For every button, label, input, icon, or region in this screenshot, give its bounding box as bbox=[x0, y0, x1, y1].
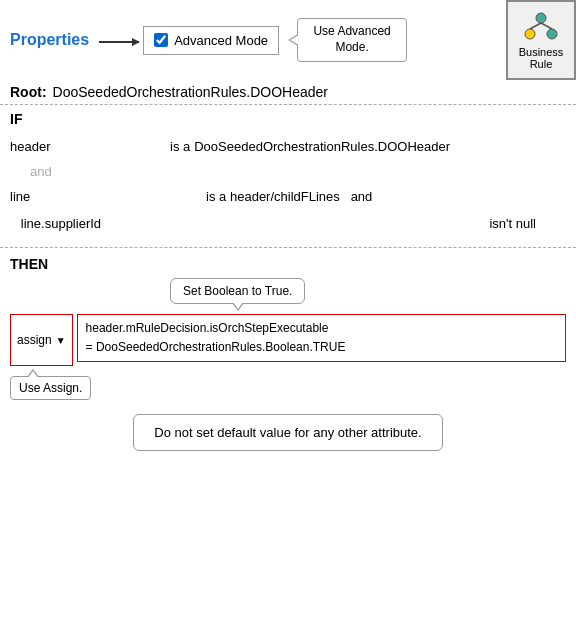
root-value: DooSeededOrchestrationRules.DOOHeader bbox=[53, 84, 328, 100]
if-keyword: IF bbox=[10, 111, 566, 127]
business-rule-box[interactable]: BusinessRule bbox=[506, 0, 576, 80]
advanced-mode-checkbox[interactable] bbox=[154, 33, 168, 47]
use-assign-tooltip: Use Assign. bbox=[10, 376, 91, 400]
cond-verb-1: is a bbox=[170, 139, 190, 154]
cond-verb-2: is a header/childFLines and bbox=[170, 189, 372, 204]
if-block: IF header is a DooSeededOrchestrationRul… bbox=[0, 105, 576, 248]
assign-content: header.mRuleDecision.isOrchStepExecutabl… bbox=[77, 314, 566, 362]
advanced-mode-checkbox-box[interactable]: Advanced Mode bbox=[143, 26, 279, 55]
properties-label: Properties bbox=[10, 31, 89, 49]
cond-object-3: isn't null bbox=[489, 216, 536, 231]
top-bar: Properties Advanced Mode Use Advanced Mo… bbox=[0, 0, 576, 80]
condition-row-3: line.supplierId isn't null bbox=[10, 210, 566, 237]
cond-subject-3: line.supplierId bbox=[10, 216, 170, 231]
business-rule-label: BusinessRule bbox=[519, 46, 564, 70]
then-block: THEN Set Boolean to True. assign ▼ heade… bbox=[0, 248, 576, 374]
cond-subject-2: line bbox=[10, 189, 170, 204]
assign-line-1: header.mRuleDecision.isOrchStepExecutabl… bbox=[86, 319, 557, 338]
advanced-mode-label: Advanced Mode bbox=[174, 33, 268, 48]
svg-point-2 bbox=[547, 29, 557, 39]
business-rule-icon bbox=[523, 12, 559, 42]
condition-row-2: line is a header/childFLines and bbox=[10, 183, 566, 210]
and-keyword-1: and bbox=[10, 160, 566, 183]
cond-object-1: DooSeededOrchestrationRules.DOOHeader bbox=[194, 139, 450, 154]
svg-point-0 bbox=[536, 13, 546, 23]
default-value-box: Do not set default value for any other a… bbox=[133, 414, 442, 451]
root-keyword: Root: bbox=[10, 84, 47, 100]
set-boolean-tooltip: Set Boolean to True. bbox=[170, 278, 305, 304]
assign-line-2: = DooSeededOrchestrationRules.Boolean.TR… bbox=[86, 338, 557, 357]
cond-subject-1: header bbox=[10, 139, 170, 154]
root-line: Root: DooSeededOrchestrationRules.DOOHea… bbox=[0, 80, 576, 105]
dropdown-arrow-icon: ▼ bbox=[56, 335, 66, 346]
use-advanced-mode-tooltip: Use Advanced Mode. bbox=[297, 18, 407, 61]
assign-button[interactable]: assign ▼ bbox=[10, 314, 73, 366]
then-keyword: THEN bbox=[10, 256, 566, 272]
svg-line-4 bbox=[541, 23, 552, 29]
condition-row-1: header is a DooSeededOrchestrationRules.… bbox=[10, 133, 566, 160]
assign-area: assign ▼ header.mRuleDecision.isOrchStep… bbox=[10, 314, 566, 366]
arrow-icon bbox=[99, 41, 139, 43]
svg-line-3 bbox=[530, 23, 541, 29]
svg-point-1 bbox=[525, 29, 535, 39]
